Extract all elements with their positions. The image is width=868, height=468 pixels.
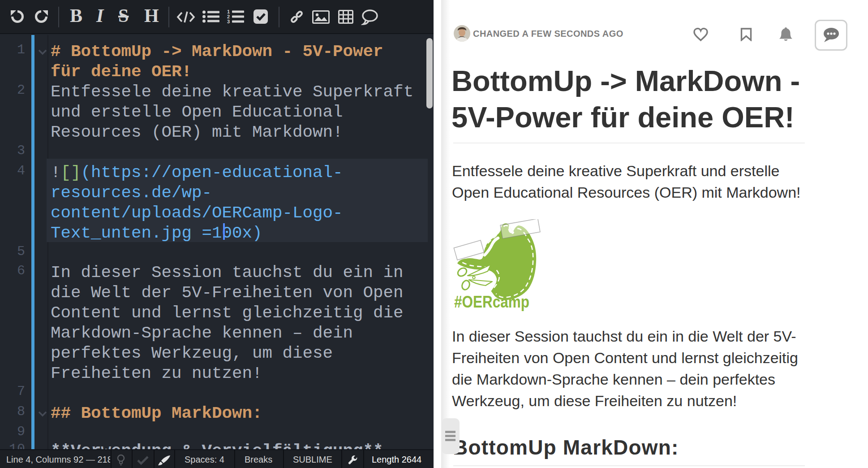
svg-text:3: 3 [227, 19, 230, 24]
svg-text:#OERcamp: #OERcamp [454, 293, 529, 311]
